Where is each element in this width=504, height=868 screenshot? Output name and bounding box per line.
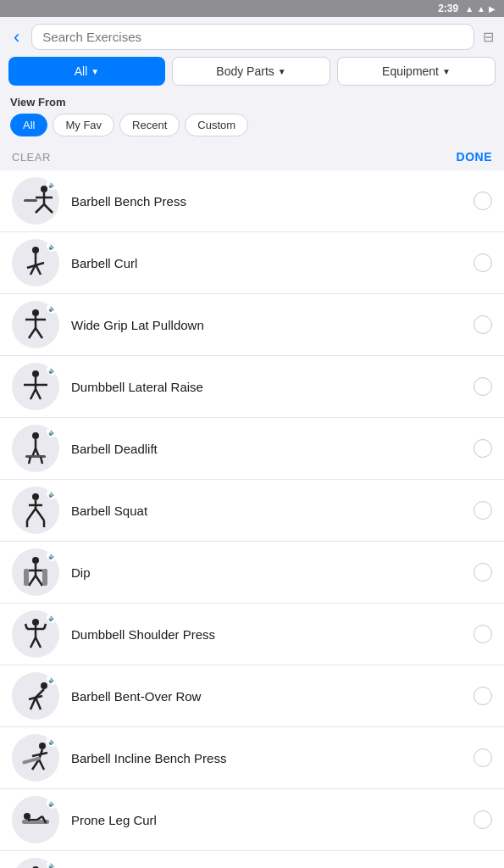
svg-line-31 [27, 509, 36, 520]
exercise-item[interactable]: 🔊Prone Leg Curl [0, 789, 504, 851]
exercise-item[interactable]: 🔊Dumbbell Lateral Raise [0, 356, 504, 418]
exercise-thumbnail: 🔊 [12, 734, 59, 782]
sound-icon: 🔊 [47, 735, 58, 747]
svg-line-45 [25, 624, 27, 629]
svg-point-35 [32, 557, 39, 564]
view-tab-myfav[interactable]: My Fav [53, 114, 114, 136]
svg-rect-41 [42, 569, 47, 586]
svg-line-46 [44, 624, 46, 629]
view-from-section: View From All My Fav Recent Custom [0, 92, 504, 143]
svg-point-42 [32, 619, 39, 626]
exercise-name: Barbell Incline Bench Press [71, 751, 474, 765]
exercise-thumbnail: 🔊 [12, 672, 59, 720]
exercise-name: Wide Grip Lat Pulldown [71, 318, 474, 332]
exercise-radio[interactable] [474, 253, 492, 272]
exercise-item[interactable]: 🔊Wide Grip Lat Pulldown [0, 294, 504, 356]
exercise-radio[interactable] [474, 439, 492, 458]
exercise-item[interactable]: 🔊Dumbbell Shoulder Press [0, 604, 504, 665]
svg-line-26 [29, 457, 30, 464]
filter-all-button[interactable]: All ▼ [8, 57, 165, 86]
exercise-item[interactable]: 🔊Barbell Bent-Over Row [0, 665, 504, 727]
exercise-item[interactable]: 🔊Barbell Shoulder Press [0, 851, 504, 868]
exercise-radio[interactable] [474, 625, 492, 643]
sound-icon: 🔊 [47, 426, 58, 437]
svg-point-54 [39, 743, 46, 749]
exercise-name: Dumbbell Shoulder Press [71, 627, 474, 642]
exercise-name: Barbell Bench Press [71, 194, 474, 209]
exercise-thumbnail: 🔊 [12, 858, 59, 868]
signal-icon: ▲ [465, 4, 474, 14]
exercise-name: Barbell Bent-Over Row [71, 689, 474, 704]
svg-line-39 [36, 576, 42, 586]
svg-line-38 [29, 576, 36, 586]
exercise-name: Barbell Curl [71, 256, 474, 270]
sound-icon: 🔊 [47, 549, 58, 561]
exercise-item[interactable]: 🔊Barbell Squat [0, 480, 504, 542]
exercise-thumbnail: 🔊 [12, 548, 59, 596]
filter-equipment-button[interactable]: Equipment ▼ [337, 57, 496, 86]
view-tab-recent[interactable]: Recent [119, 114, 180, 136]
svg-line-14 [29, 328, 36, 338]
exercise-item[interactable]: 🔊Barbell Deadlift [0, 418, 504, 480]
svg-line-19 [30, 389, 36, 399]
exercise-thumbnail: 🔊 [12, 796, 59, 843]
exercise-thumbnail: 🔊 [12, 177, 59, 225]
sound-icon: 🔊 [47, 487, 58, 499]
exercise-name: Dumbbell Lateral Raise [71, 380, 474, 394]
svg-point-28 [32, 493, 39, 500]
exercise-item[interactable]: 🔊Dip [0, 542, 504, 604]
exercise-thumbnail: 🔊 [12, 425, 59, 472]
exercise-item[interactable]: 🔊Barbell Curl [0, 232, 504, 294]
exercise-thumbnail: 🔊 [12, 239, 59, 287]
exercise-radio[interactable] [474, 748, 492, 767]
view-tab-all[interactable]: All [10, 114, 47, 136]
svg-line-20 [36, 389, 41, 399]
nav-bar: ‹ ⊟ [0, 17, 504, 57]
svg-line-32 [36, 509, 44, 520]
sound-icon: 🔊 [47, 240, 58, 252]
status-icons: ▲ ▲ ▶ [465, 4, 496, 14]
status-time: 2:39 [438, 3, 458, 14]
exercise-radio[interactable] [474, 192, 492, 210]
exercise-radio[interactable] [474, 377, 492, 396]
filter-bodyparts-button[interactable]: Body Parts ▼ [172, 57, 330, 86]
exercise-thumbnail: 🔊 [12, 610, 59, 658]
svg-point-16 [32, 370, 39, 377]
svg-rect-40 [24, 569, 29, 586]
sound-icon: 🔊 [47, 859, 58, 868]
exercise-name: Dip [71, 565, 474, 580]
svg-line-4 [44, 204, 53, 213]
battery-icon: ▶ [489, 4, 496, 14]
exercise-radio[interactable] [474, 810, 492, 829]
search-input[interactable] [42, 30, 463, 44]
view-from-label: View From [10, 96, 494, 108]
exercise-radio[interactable] [474, 315, 492, 334]
svg-line-58 [39, 760, 44, 770]
exercise-thumbnail: 🔊 [12, 487, 59, 534]
svg-line-53 [36, 698, 41, 709]
filter-bodyparts-label: Body Parts [216, 64, 274, 78]
exercise-name: Prone Leg Curl [71, 813, 474, 827]
exercise-item[interactable]: 🔊Barbell Incline Bench Press [0, 727, 504, 789]
status-bar: 2:39 ▲ ▲ ▶ [0, 0, 504, 17]
filter-row: All ▼ Body Parts ▼ Equipment ▼ [0, 57, 504, 92]
svg-line-3 [36, 204, 44, 213]
done-button[interactable]: DONE [457, 150, 492, 164]
clear-button[interactable]: CLEAR [12, 151, 51, 164]
sound-icon: 🔊 [47, 673, 58, 685]
action-row: CLEAR DONE [0, 143, 504, 170]
exercise-radio[interactable] [474, 687, 492, 705]
filter-icon[interactable]: ⊟ [483, 29, 494, 45]
svg-point-11 [32, 309, 39, 316]
exercise-radio[interactable] [474, 501, 492, 520]
view-tab-custom[interactable]: Custom [185, 114, 248, 136]
svg-point-6 [32, 247, 39, 253]
exercise-name: Barbell Deadlift [71, 442, 474, 456]
exercise-item[interactable]: 🔊Barbell Bench Press [0, 170, 504, 232]
exercise-thumbnail: 🔊 [12, 301, 59, 348]
exercise-radio[interactable] [474, 563, 492, 581]
sound-icon: 🔊 [47, 364, 58, 376]
filter-all-arrow: ▼ [91, 67, 99, 76]
filter-bodyparts-arrow: ▼ [278, 67, 286, 76]
back-button[interactable]: ‹ [10, 28, 23, 47]
